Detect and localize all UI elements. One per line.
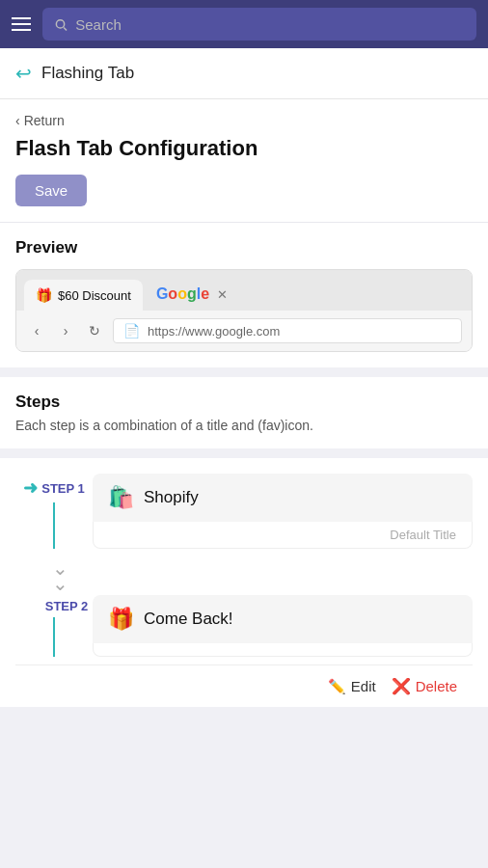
step-1-row: ➜ STEP 1 🛍️ Shopify Default Title <box>15 474 473 549</box>
steps-flow: ➜ STEP 1 🛍️ Shopify Default Title ⌄ ⌄ S <box>0 458 488 707</box>
step-2-label: STEP 2 <box>20 599 89 613</box>
save-button[interactable]: Save <box>15 175 87 206</box>
step-1-label-text: STEP 1 <box>41 481 85 496</box>
google-icon: Google <box>156 285 209 303</box>
step-connector: ⌄ ⌄ <box>15 556 473 595</box>
browser-mock: 🎁 $60 Discount Google ✕ ‹ › ↻ 📄 https://… <box>15 269 473 352</box>
step-1-card-bottom: Default Title <box>93 522 473 549</box>
step-2-vertical-line <box>53 617 55 657</box>
page-icon: 📄 <box>123 323 140 339</box>
step-2-card[interactable]: 🎁 Come Back! <box>93 595 473 643</box>
step-1-icon: 🛍️ <box>108 485 134 510</box>
step-1-card-wrapper: 🛍️ Shopify Default Title <box>93 474 473 549</box>
browser-toolbar: ‹ › ↻ 📄 https://www.google.com <box>16 311 472 351</box>
step-1-vertical-line <box>53 502 55 549</box>
brand-icon: ↩ <box>15 62 32 85</box>
step-2-card-wrapper: 🎁 Come Back! <box>93 595 473 657</box>
brand-row: ↩ Flashing Tab <box>0 48 488 99</box>
back-nav-button[interactable]: ‹ <box>26 320 47 341</box>
step-1-label: ➜ STEP 1 <box>23 477 85 499</box>
page-header: ‹ Return Flash Tab Configuration Save <box>0 99 488 223</box>
step-2-side: STEP 2 <box>15 595 93 657</box>
step-1-arrow-icon: ➜ <box>23 477 38 499</box>
delete-button[interactable]: ❌ Delete <box>392 677 457 695</box>
page-title: Flash Tab Configuration <box>15 136 473 161</box>
step-1-card[interactable]: 🛍️ Shopify <box>93 474 473 522</box>
preview-section: Preview 🎁 $60 Discount Google ✕ ‹ › ↻ 📄 … <box>0 223 488 367</box>
active-tab-label: $60 Discount <box>58 288 131 303</box>
reload-button[interactable]: ↻ <box>84 320 105 341</box>
step-2-title: Come Back! <box>144 610 233 629</box>
brand-name: Flashing Tab <box>41 64 134 83</box>
step-2-card-bottom <box>93 643 473 657</box>
tab-gift-icon: 🎁 <box>36 287 52 303</box>
step-1-default-title: Default Title <box>109 528 456 542</box>
svg-line-1 <box>64 27 67 30</box>
step-2-icon: 🎁 <box>108 607 134 632</box>
svg-point-0 <box>56 19 64 27</box>
active-browser-tab[interactable]: 🎁 $60 Discount <box>24 280 143 311</box>
search-icon <box>54 17 68 32</box>
browser-tabs: 🎁 $60 Discount Google ✕ <box>16 270 472 311</box>
google-tab-close[interactable]: ✕ <box>217 287 228 302</box>
steps-section-title: Steps <box>15 393 473 412</box>
step-1-side: ➜ STEP 1 <box>15 474 93 549</box>
address-url: https://www.google.com <box>148 324 280 339</box>
step-2-label-text: STEP 2 <box>45 599 89 613</box>
chevron-down-icon: ⌄ ⌄ <box>52 560 68 591</box>
steps-section-desc: Each step is a combination of a title an… <box>15 418 473 433</box>
search-input[interactable] <box>75 16 465 33</box>
delete-label: Delete <box>416 678 457 694</box>
hamburger-menu[interactable] <box>12 17 31 31</box>
edit-label: Edit <box>351 678 376 694</box>
step-2-row: STEP 2 🎁 Come Back! <box>15 595 473 657</box>
x-circle-icon: ❌ <box>392 677 411 695</box>
edit-button[interactable]: ✏️ Edit <box>328 678 376 695</box>
preview-title: Preview <box>15 238 473 258</box>
forward-nav-button[interactable]: › <box>55 320 76 341</box>
step-1-title: Shopify <box>144 488 199 507</box>
back-arrow-icon: ‹ <box>15 113 20 128</box>
back-link[interactable]: ‹ Return <box>15 113 473 128</box>
back-label: Return <box>24 113 65 128</box>
action-bar: ✏️ Edit ❌ Delete <box>15 665 473 707</box>
search-bar[interactable] <box>42 8 476 41</box>
top-nav <box>0 0 488 48</box>
google-browser-tab[interactable]: Google ✕ <box>145 278 239 311</box>
steps-info-section: Steps Each step is a combination of a ti… <box>0 377 488 448</box>
address-bar[interactable]: 📄 https://www.google.com <box>113 318 462 343</box>
pencil-icon: ✏️ <box>328 678 346 695</box>
